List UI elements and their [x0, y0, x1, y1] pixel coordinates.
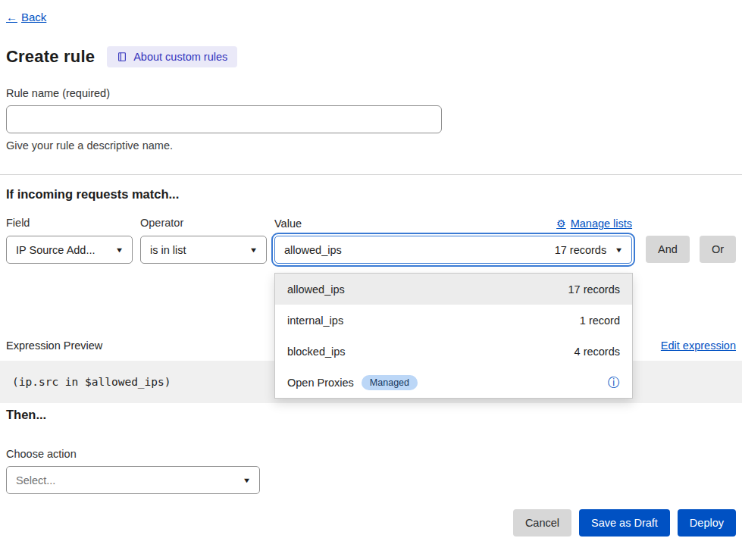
back-label: Back — [21, 11, 46, 23]
list-option-allowed-ips[interactable]: allowed_ips 17 records — [275, 274, 632, 305]
list-option-open-proxies[interactable]: Open Proxies Managed ⓘ — [275, 367, 632, 398]
action-select-placeholder: Select... — [16, 474, 55, 486]
info-icon[interactable]: ⓘ — [608, 377, 620, 389]
list-option-name: blocked_ips — [287, 346, 346, 358]
about-badge-label: About custom rules — [133, 51, 227, 63]
then-section-heading: Then... — [6, 408, 736, 422]
choose-action-label: Choose action — [6, 448, 736, 460]
field-column: Field IP Source Add... ▼ — [6, 217, 133, 264]
and-button[interactable]: And — [646, 236, 690, 263]
expression-preview-label: Expression Preview — [6, 339, 102, 352]
operator-label: Operator — [140, 217, 267, 230]
field-select[interactable]: IP Source Add... ▼ — [6, 236, 133, 264]
chevron-down-icon: ▼ — [115, 246, 124, 254]
list-option-name: internal_ips — [287, 314, 343, 327]
rule-name-helper: Give your rule a descriptive name. — [6, 139, 736, 152]
value-select-meta: 17 records — [555, 244, 607, 256]
section-divider — [0, 174, 742, 175]
about-custom-rules-link[interactable]: About custom rules — [107, 46, 237, 67]
list-option-name: Open Proxies — [287, 377, 354, 389]
edit-expression-link[interactable]: Edit expression — [661, 339, 736, 352]
create-rule-page: ←Back Create rule About custom rules Rul… — [0, 0, 742, 537]
match-condition-row: Field IP Source Add... ▼ Operator is in … — [6, 217, 736, 264]
list-option-meta: 17 records — [568, 283, 620, 296]
match-section-heading: If incoming requests match... — [6, 187, 736, 202]
action-select[interactable]: Select... ▼ — [6, 466, 260, 494]
gear-icon: ⚙ — [556, 217, 566, 230]
chevron-down-icon: ▼ — [249, 246, 258, 254]
operator-select-value: is in list — [150, 244, 186, 256]
deploy-button[interactable]: Deploy — [678, 509, 736, 537]
value-column: Value ⚙Manage lists allowed_ips 17 recor… — [274, 217, 632, 264]
list-option-meta: 1 record — [580, 314, 620, 327]
field-select-value: IP Source Add... — [16, 244, 95, 256]
manage-lists-link[interactable]: ⚙Manage lists — [556, 217, 632, 230]
chevron-down-icon: ▼ — [243, 477, 252, 484]
cancel-button[interactable]: Cancel — [513, 509, 571, 537]
list-option-blocked-ips[interactable]: blocked_ips 4 records — [275, 336, 632, 367]
rule-name-label: Rule name (required) — [6, 87, 736, 99]
list-option-meta: 4 records — [575, 346, 620, 358]
field-label: Field — [6, 217, 133, 230]
back-link[interactable]: ←Back — [6, 11, 46, 23]
list-dropdown-menu: allowed_ips 17 records internal_ips 1 re… — [274, 273, 633, 399]
chevron-down-icon: ▼ — [615, 246, 624, 254]
logic-buttons: And Or — [646, 236, 736, 263]
operator-select[interactable]: is in list ▼ — [140, 236, 267, 264]
list-option-name: allowed_ips — [287, 283, 345, 296]
manage-lists-label: Manage lists — [571, 217, 632, 230]
managed-badge: Managed — [362, 375, 418, 390]
footer-actions: Cancel Save as Draft Deploy — [6, 509, 736, 537]
rule-name-input[interactable] — [6, 105, 442, 133]
book-icon — [117, 52, 127, 62]
page-title: Create rule — [6, 47, 95, 67]
save-as-draft-button[interactable]: Save as Draft — [579, 509, 670, 537]
back-arrow-icon: ← — [6, 11, 17, 23]
value-select-value: allowed_ips — [284, 244, 342, 256]
value-select[interactable]: allowed_ips 17 records ▼ — [274, 236, 632, 264]
list-option-internal-ips[interactable]: internal_ips 1 record — [275, 305, 632, 336]
or-button[interactable]: Or — [700, 236, 736, 263]
value-header: Value ⚙Manage lists — [274, 217, 632, 230]
operator-column: Operator is in list ▼ — [140, 217, 267, 264]
value-label: Value — [274, 217, 302, 230]
title-row: Create rule About custom rules — [6, 46, 736, 67]
value-select-right: 17 records ▼ — [555, 244, 622, 256]
